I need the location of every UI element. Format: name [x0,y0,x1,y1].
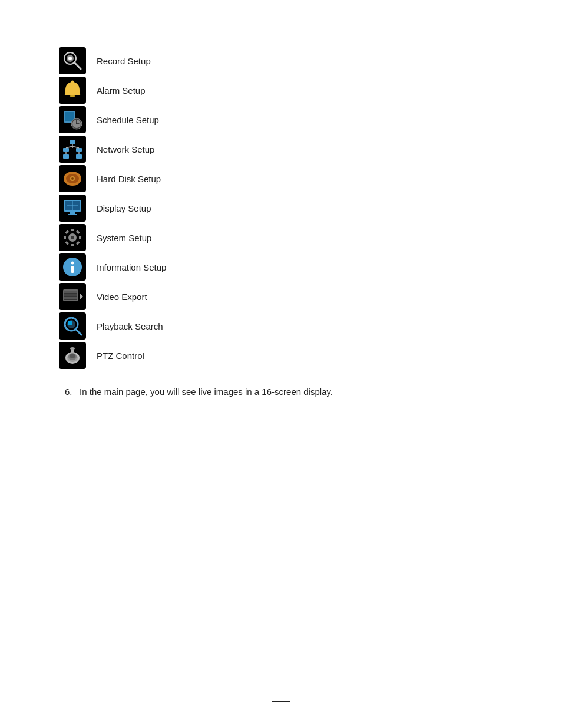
video-export-icon [59,283,86,310]
menu-item-label: Schedule Setup [97,115,159,125]
menu-item-label: Information Setup [97,262,166,272]
svg-rect-48 [64,294,77,296]
svg-rect-18 [63,154,69,159]
svg-line-16 [66,146,72,148]
menu-item[interactable]: Hard Disk Setup [59,165,562,192]
svg-line-2 [75,63,81,69]
display-setup-icon [59,195,86,222]
svg-rect-13 [63,148,69,152]
svg-rect-44 [71,266,74,273]
svg-rect-41 [76,230,80,234]
svg-rect-40 [71,229,74,231]
svg-line-17 [72,146,79,148]
menu-item-label: Network Setup [97,144,154,154]
step-description: In the main page, you will see live imag… [80,387,333,397]
svg-point-53 [68,321,72,325]
menu-item-label: Display Setup [97,203,151,213]
svg-rect-28 [70,212,75,214]
schedule-setup-icon [59,106,86,133]
main-content: Record Setup Alarm Setup Schedule Setup [0,0,562,432]
svg-point-43 [71,262,74,265]
menu-item[interactable]: Playback Search [59,312,562,340]
svg-point-3 [68,57,72,60]
svg-line-54 [76,330,81,335]
svg-rect-19 [76,154,82,159]
menu-item-label: Record Setup [97,56,151,66]
playback-search-icon [59,312,86,340]
menu-item[interactable]: Video Export [59,283,562,310]
svg-point-60 [70,347,75,350]
svg-rect-35 [76,241,80,245]
record-setup-icon [59,47,86,74]
svg-point-5 [71,81,74,84]
svg-rect-34 [79,236,81,239]
svg-rect-14 [76,148,82,152]
svg-point-33 [71,236,74,239]
svg-marker-50 [80,293,83,300]
svg-rect-37 [65,241,69,245]
page-number [272,701,290,704]
menu-item[interactable]: Information Setup [59,253,562,281]
menu-item[interactable]: PTZ Control [59,342,562,369]
svg-rect-38 [64,236,66,239]
alarm-setup-icon [59,77,86,104]
step-text: 6. In the main page, you will see live i… [59,387,562,397]
menu-item[interactable]: Network Setup [59,136,562,163]
menu-item-label: Video Export [97,292,147,302]
svg-rect-39 [65,230,69,234]
ptz-control-icon [59,342,86,369]
step-number: 6. [65,387,72,397]
menu-item-label: Alarm Setup [97,85,146,95]
svg-rect-29 [68,214,77,215]
menu-item[interactable]: System Setup [59,224,562,251]
svg-point-25 [71,177,74,180]
svg-point-58 [70,354,75,358]
svg-rect-49 [64,297,77,299]
system-setup-icon [59,224,86,251]
menu-item[interactable]: Schedule Setup [59,106,562,133]
svg-rect-47 [64,291,77,293]
menu-item[interactable]: Record Setup [59,47,562,74]
menu-item[interactable]: Alarm Setup [59,77,562,104]
svg-rect-36 [71,244,74,246]
menu-item-label: Playback Search [97,321,163,331]
svg-rect-4 [70,95,75,97]
menu-item-label: Hard Disk Setup [97,174,161,184]
svg-rect-12 [70,140,75,144]
menu-list: Record Setup Alarm Setup Schedule Setup [59,47,562,369]
network-setup-icon [59,136,86,163]
menu-item-label: System Setup [97,233,151,243]
menu-item[interactable]: Display Setup [59,195,562,222]
menu-item-label: PTZ Control [97,351,144,361]
harddisk-setup-icon [59,165,86,192]
information-setup-icon [59,253,86,281]
